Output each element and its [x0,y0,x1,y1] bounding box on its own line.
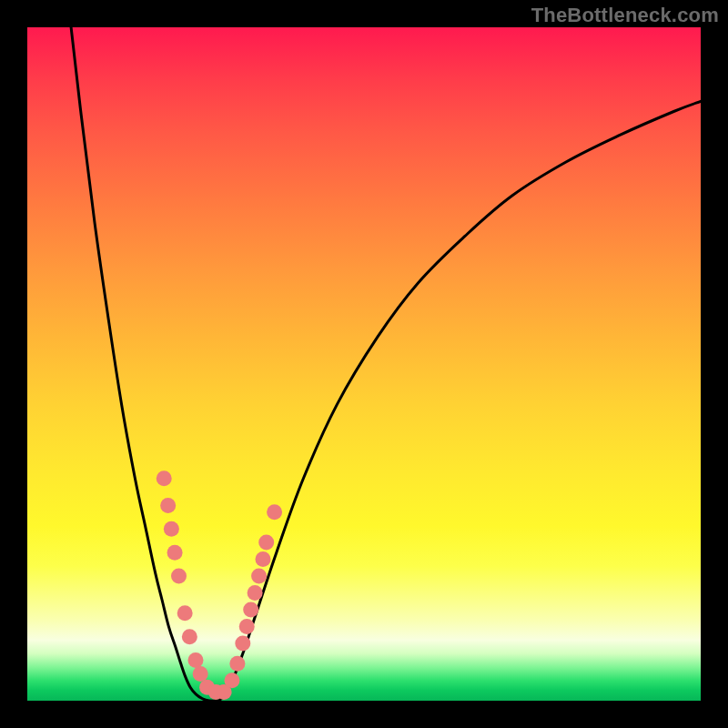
data-marker [251,569,267,584]
watermark-text: TheBottleneck.com [531,4,719,27]
data-marker [258,535,274,551]
curve-markers [157,470,282,700]
data-marker [248,585,263,601]
data-marker [235,636,250,652]
data-marker [188,652,204,668]
data-marker [239,619,255,634]
data-marker [164,521,179,537]
curve-segment [71,27,219,701]
data-marker [171,569,187,584]
data-marker [267,504,282,520]
data-marker [182,629,197,644]
bottleneck-curve [71,27,701,701]
chart-frame: TheBottleneck.com [0,0,728,728]
curve-segment [219,101,701,701]
data-marker [157,470,172,486]
curve-layer [27,27,701,701]
data-marker [193,666,208,682]
data-marker [177,605,193,621]
data-marker [224,672,239,688]
data-marker [256,551,271,567]
data-marker [167,545,183,561]
data-marker [160,498,176,513]
plot-area [27,27,701,701]
data-marker [243,602,258,618]
data-marker [229,656,245,672]
